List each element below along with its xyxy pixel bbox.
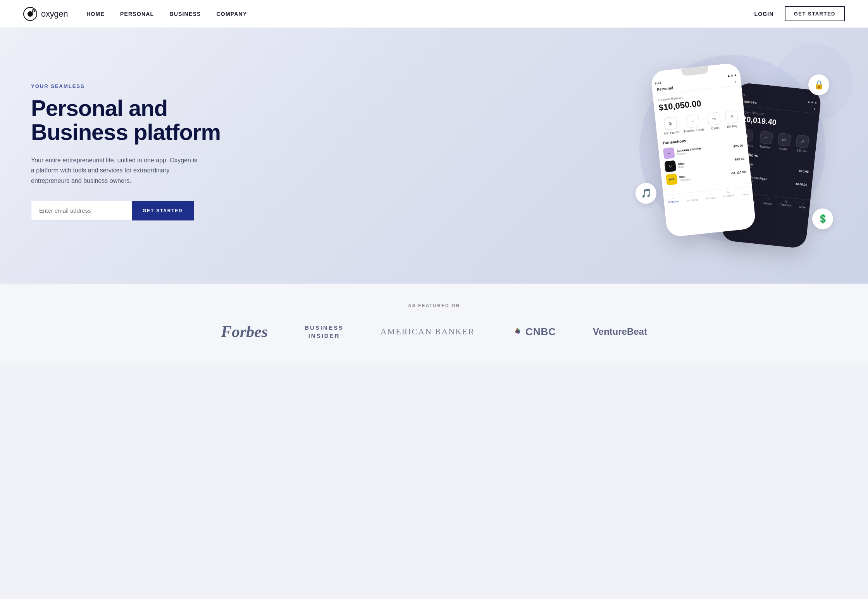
action-cards-back: ▭ Cards: [777, 133, 791, 151]
phone-screen-front: Personal › Oxygen Balance $10,050.00 $ A…: [652, 77, 752, 193]
action-add-front: $ Add Funds: [662, 117, 679, 136]
billpay-icon-back: ↗: [796, 135, 809, 148]
billpay-label-back: Bill Pay: [796, 149, 807, 153]
navbar: oxygen HOME PERSONAL BUSINESS COMPANY LO…: [0, 0, 868, 28]
featured-logos: Forbes BUSINESSINSIDER American Banker C…: [221, 322, 647, 341]
featured-section: AS FEATURED ON Forbes BUSINESSINSIDER Am…: [0, 284, 868, 364]
hero-phones: 🔒 🎵 💲 9:41 ▲▲▲ Business › Oxygen Balance…: [628, 51, 845, 253]
cards-icon-back: ▭: [778, 133, 791, 146]
transfer-label-front: Transfer Funds: [683, 127, 704, 133]
header-label-front: Personal: [656, 86, 673, 91]
nav-tab-more-front: ⋯More: [742, 189, 749, 196]
signal-back: ▲▲▲: [807, 100, 818, 105]
phone-front: 9:41 ▲▲▲ Personal › Oxygen Balance $10,0…: [650, 62, 756, 238]
cnbc-peacock-icon: [512, 326, 522, 337]
tx-amount-transfer-front: -$25.00: [732, 144, 743, 148]
nav-tab-cashback-back: %Cashback: [779, 200, 792, 207]
svg-point-3: [33, 10, 34, 12]
oxygen-logo-icon: [23, 7, 37, 21]
add-funds-icon-front: $: [663, 117, 677, 130]
cards-label-back: Cards: [779, 147, 788, 151]
forbes-logo: Forbes: [221, 322, 268, 341]
cnbc-text: CNBC: [525, 326, 556, 338]
hero-title: Personal and Business platform: [31, 96, 232, 145]
american-banker-logo: American Banker: [381, 327, 475, 337]
nav-tab-overview-front: ⌂Overview: [667, 196, 679, 204]
action-billpay-back: ↗ Bill Pay: [795, 135, 809, 153]
nav-item-business[interactable]: BUSINESS: [169, 10, 201, 17]
svg-point-4: [515, 330, 518, 333]
tx-info-ikea-front: Ikea Shopping: [679, 170, 729, 182]
action-transfer-back: ↔ Transfer: [759, 131, 773, 150]
hero-content: YOUR SEAMLESS Personal and Business plat…: [31, 83, 232, 220]
hero-description: Your entire entrepreneurial life, unifie…: [31, 155, 202, 186]
action-row-front: $ Add Funds ↔ Transfer Funds ▭ Cards ↗ B…: [660, 110, 741, 136]
business-insider-logo: BUSINESSINSIDER: [305, 324, 344, 340]
tx-info-uber-front: Uber Ride: [678, 157, 732, 169]
tx-amount-uber-front: -$10.00: [734, 157, 744, 162]
nav-tab-cashback-front: %Cashback: [722, 190, 735, 198]
lock-icon: 🔒: [808, 74, 829, 95]
dollar-icon: 💲: [812, 208, 833, 229]
tx-info-transfer-front: Account transfer Transfer: [676, 144, 730, 155]
navbar-right: LOGIN GET STARTED: [754, 6, 845, 21]
hero-section: YOUR SEAMLESS Personal and Business plat…: [0, 28, 868, 284]
header-chevron-back: ›: [814, 107, 815, 111]
nav-tab-more-back: ⋯More: [799, 201, 806, 209]
billpay-icon-front: ↗: [725, 110, 738, 124]
cassette-icon: 🎵: [636, 183, 656, 204]
billpay-label-front: Bill Pay: [727, 124, 737, 129]
action-billpay-front: ↗ Bill Pay: [725, 110, 739, 129]
logo[interactable]: oxygen: [23, 7, 68, 21]
tx-amount-uber-back: -$10.00: [798, 169, 809, 174]
nav-tab-friends-back: ♡Friends: [763, 198, 772, 205]
logo-text: oxygen: [41, 9, 68, 19]
transfer-label-back: Transfer: [759, 145, 771, 150]
navbar-left: oxygen HOME PERSONAL BUSINESS COMPANY: [23, 7, 247, 21]
cards-label-front: Cards: [711, 126, 720, 130]
nav-tab-friends-front: ♡Friends: [706, 193, 715, 200]
tx-info-uber-back: Uber Ride: [746, 162, 796, 173]
signal-front: ▲▲▲: [727, 73, 737, 78]
hero-subtitle: YOUR SEAMLESS: [31, 83, 232, 89]
tx-icon-uber-front: U: [665, 160, 677, 172]
hero-get-started-button[interactable]: GET STARTED: [132, 201, 194, 220]
tx-amount-biz-back: -$100.00: [795, 182, 807, 186]
nav-links: HOME PERSONAL BUSINESS COMPANY: [86, 10, 247, 17]
add-funds-label-front: Add Funds: [664, 130, 679, 135]
tx-icon-transfer-front: ↔: [663, 147, 675, 159]
action-cards-front: ▭ Cards: [708, 112, 722, 131]
time-front: 9:41: [654, 81, 661, 85]
svg-point-1: [28, 11, 33, 17]
nav-item-company[interactable]: COMPANY: [217, 10, 247, 17]
email-input[interactable]: [31, 201, 132, 220]
venturebeat-logo: VentureBeat: [593, 326, 647, 337]
login-button[interactable]: LOGIN: [754, 11, 773, 17]
cards-icon-front: ▭: [708, 112, 721, 126]
tx-icon-ikea-front: IKEA: [666, 174, 678, 186]
transfer-icon-front: ↔: [686, 114, 700, 128]
cnbc-logo: CNBC: [512, 326, 556, 338]
header-chevron-front: ›: [735, 79, 736, 83]
transfer-icon-back: ↔: [760, 131, 773, 145]
featured-label: AS FEATURED ON: [408, 303, 460, 308]
nav-tab-accounts-front: ▭Accounts: [687, 194, 698, 202]
nav-item-home[interactable]: HOME: [86, 10, 105, 17]
nav-get-started-button[interactable]: GET STARTED: [785, 6, 845, 21]
tx-amount-ikea-front: -$1,120.00: [731, 170, 746, 175]
action-transfer-front: ↔ Transfer Funds: [682, 114, 704, 133]
nav-item-personal[interactable]: PERSONAL: [120, 10, 154, 17]
hero-cta: GET STARTED: [31, 201, 232, 220]
